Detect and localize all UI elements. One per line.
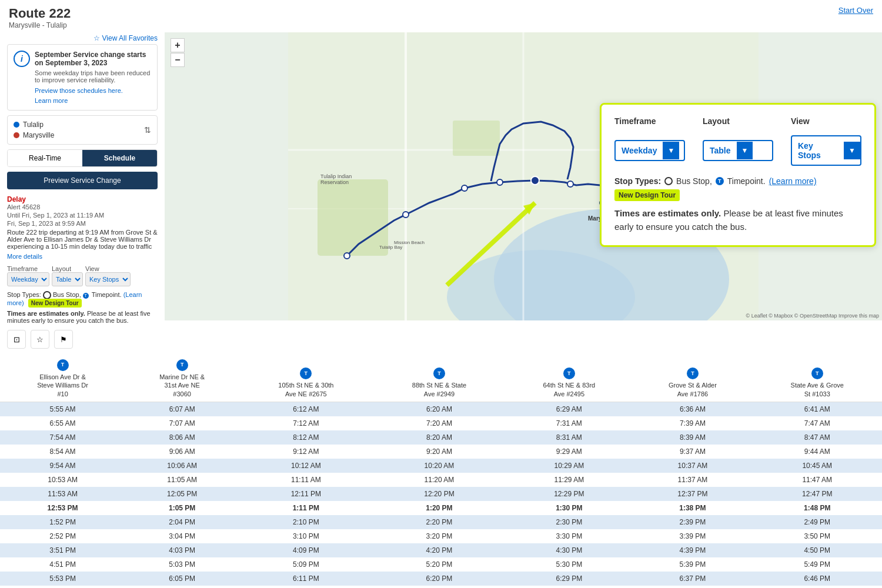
share-icon-button[interactable]: ⊡ [7, 330, 26, 349]
cell-r5-c1: 11:05 AM [125, 473, 239, 487]
cell-r12-c6: 6:46 PM [752, 572, 882, 586]
table-row: 5:53 PM6:05 PM6:11 PM6:20 PM6:29 PM6:37 … [0, 572, 882, 586]
cell-r0-c4: 6:29 AM [505, 402, 633, 416]
start-over-link[interactable]: Start Over [838, 6, 873, 15]
cell-r6-c1: 12:05 PM [125, 487, 239, 501]
cell-r5-c2: 11:11 AM [239, 473, 373, 487]
table-row: 6:55 AM7:07 AM7:12 AM7:20 AM7:31 AM7:39 … [0, 416, 882, 430]
view-all-favorites-link[interactable]: ☆ View All Favorites [7, 32, 158, 44]
preview-service-change-button[interactable]: Preview Service Change [7, 172, 158, 189]
cell-r13-c1: 7:05 PM [125, 586, 239, 588]
layout-select[interactable]: Table [52, 272, 83, 286]
info-icon: i [14, 51, 30, 67]
cell-r2-c6: 8:47 AM [752, 430, 882, 445]
popup-timeframe-dropdown[interactable]: Weekday ▼ [614, 140, 685, 161]
cell-r5-c6: 11:47 AM [752, 473, 882, 487]
popup-view-dropdown[interactable]: Key Stops ▼ [791, 135, 861, 166]
popup-new-design-badge[interactable]: New Design Tour [614, 189, 680, 201]
popup-layout-dropdown[interactable]: Table ▼ [703, 140, 773, 161]
cell-r6-c0: 11:53 AM [0, 487, 125, 501]
popup-card: Timeframe Layout View Weekday ▼ Table ▼ … [600, 103, 876, 247]
popup-learn-more-link[interactable]: (Learn more) [769, 176, 817, 186]
new-design-badge-sidebar[interactable]: New Design Tour [28, 299, 82, 308]
view-label: View [85, 265, 131, 272]
learn-more-link[interactable]: Learn more [35, 97, 151, 104]
cell-r7-c1: 1:05 PM [125, 501, 239, 515]
layout-dropdown-arrow: ▼ [737, 142, 753, 159]
cell-r8-c2: 2:10 PM [239, 515, 373, 529]
cell-r10-c1: 4:03 PM [125, 543, 239, 557]
preview-schedules-link[interactable]: Preview those schedules here. [35, 87, 123, 94]
svg-text:Tulalip Bay: Tulalip Bay [379, 245, 402, 250]
cell-r9-c4: 3:30 PM [505, 529, 633, 543]
cell-r7-c6: 1:48 PM [752, 501, 882, 515]
map-zoom-controls: + − [171, 38, 185, 67]
schedule-table: TEllison Ave Dr &Steve Williams Dr#10TMa… [0, 356, 882, 588]
alert-content: September Service change starts on Septe… [35, 51, 151, 104]
cell-r8-c1: 2:04 PM [125, 515, 239, 529]
stop-header-icon-4: T [563, 368, 575, 379]
cell-r11-c4: 5:30 PM [505, 557, 633, 572]
popup-timepoint-text: Timepoint. [727, 176, 766, 186]
cell-r12-c1: 6:05 PM [125, 572, 239, 586]
cell-r2-c0: 7:54 AM [0, 430, 125, 445]
alert-box: i September Service change starts on Sep… [7, 44, 158, 111]
cell-r9-c1: 3:04 PM [125, 529, 239, 543]
top-bar: Route 222 Marysville - Tulalip Start Ove… [0, 0, 882, 32]
bus-stop-text: Bus Stop, [53, 291, 81, 298]
cell-r13-c6: 7:46 PM [752, 586, 882, 588]
cell-r3-c2: 9:12 AM [239, 445, 373, 459]
view-select[interactable]: Key Stops [85, 272, 131, 286]
more-details-link[interactable]: More details [7, 253, 42, 260]
alert-title: September Service change starts on Septe… [35, 51, 151, 67]
cell-r8-c6: 2:49 PM [752, 515, 882, 529]
cell-r7-c3: 1:20 PM [373, 501, 506, 515]
cell-r9-c2: 3:10 PM [239, 529, 373, 543]
cell-r1-c5: 7:39 AM [633, 416, 752, 430]
svg-point-13 [531, 176, 539, 185]
cell-r4-c4: 10:29 AM [505, 459, 633, 473]
cell-r9-c0: 2:52 PM [0, 529, 125, 543]
cell-r0-c3: 6:20 AM [373, 402, 506, 416]
tab-schedule[interactable]: Schedule [82, 150, 157, 166]
col-header-5: TGrove St & AlderAve #1786 [633, 356, 752, 402]
cell-r9-c6: 3:50 PM [752, 529, 882, 543]
sidebar-icons: ⊡ ☆ ⚑ [7, 330, 158, 349]
to-label: Marysville [23, 131, 54, 139]
flag-icon-button[interactable]: ⚑ [54, 330, 73, 349]
cell-r4-c3: 10:20 AM [373, 459, 506, 473]
route-subtitle: Marysville - Tulalip [9, 21, 71, 29]
zoom-out-button[interactable]: − [171, 53, 185, 67]
cell-r6-c5: 12:37 PM [633, 487, 752, 501]
table-row: 4:51 PM5:03 PM5:09 PM5:20 PM5:30 PM5:39 … [0, 557, 882, 572]
timeframe-select[interactable]: Weekday [7, 272, 49, 286]
cell-r5-c5: 11:37 AM [633, 473, 752, 487]
cell-r13-c4: 7:29 PM [505, 586, 633, 588]
direction-stops: Tulalip Marysville [14, 121, 54, 139]
swap-directions-icon[interactable]: ⇅ [144, 125, 151, 135]
table-row: 9:54 AM10:06 AM10:12 AM10:20 AM10:29 AM1… [0, 459, 882, 473]
cell-r7-c5: 1:38 PM [633, 501, 752, 515]
cell-r11-c5: 5:39 PM [633, 557, 752, 572]
table-row: 11:53 AM12:05 PM12:11 PM12:20 PM12:29 PM… [0, 487, 882, 501]
cell-r10-c6: 4:50 PM [752, 543, 882, 557]
cell-r12-c2: 6:11 PM [239, 572, 373, 586]
stop-header-icon-6: T [811, 368, 823, 379]
cell-r1-c4: 7:31 AM [505, 416, 633, 430]
cell-r13-c5: 7:37 PM [633, 586, 752, 588]
svg-text:Mission Beach: Mission Beach [394, 240, 425, 245]
favorite-icon-button[interactable]: ☆ [31, 330, 49, 349]
tab-realtime[interactable]: Real-Time [8, 150, 82, 166]
col-header-6: TState Ave & GroveSt #1033 [752, 356, 882, 402]
cell-r4-c6: 10:45 AM [752, 459, 882, 473]
zoom-in-button[interactable]: + [171, 38, 185, 52]
delay-until: Until Fri, Sep 1, 2023 at 11:19 AM [7, 212, 158, 219]
times-bold-sidebar: Times are estimates only. [7, 310, 85, 317]
cell-r8-c5: 2:39 PM [633, 515, 752, 529]
stop-header-icon-2: T [300, 368, 312, 379]
svg-point-10 [403, 212, 409, 218]
cell-r2-c3: 8:20 AM [373, 430, 506, 445]
sidebar: ☆ View All Favorites i September Service… [0, 32, 165, 356]
stop-types-sidebar: Stop Types: Bus Stop, T Timepoint. (Lear… [7, 291, 158, 306]
popup-view-value: Key Stops [792, 136, 844, 165]
